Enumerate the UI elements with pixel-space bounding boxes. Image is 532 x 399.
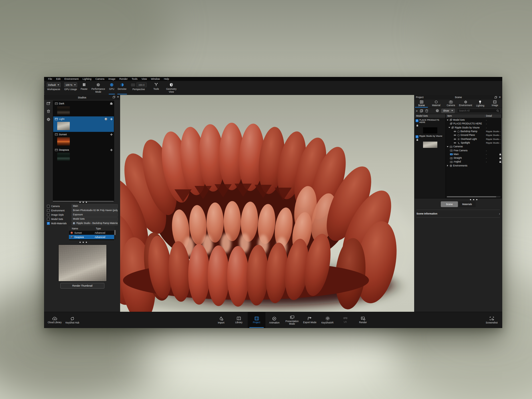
- footer-tab-materials[interactable]: Materials: [458, 201, 476, 207]
- multi-materials-select[interactable]: Ripple Studio - Backdrop Ramp Material: [72, 221, 118, 225]
- table-row-sunset[interactable]: Sunset Advanced: [69, 231, 114, 235]
- cloud-library-button[interactable]: Cloud Library: [46, 312, 63, 328]
- tree-scrollbar-vertical[interactable]: [501, 118, 502, 164]
- menu-view[interactable]: View: [140, 77, 149, 81]
- close-icon[interactable]: ×: [117, 95, 119, 99]
- eye-icon[interactable]: [453, 130, 456, 132]
- studio-thumbnail[interactable]: [57, 122, 70, 130]
- studio-item-sunset[interactable]: Sunset: [53, 132, 114, 147]
- page-dots[interactable]: [53, 242, 114, 243]
- gpu-usage-dropdown[interactable]: 100 %: [64, 82, 77, 87]
- expand-panel-icon[interactable]: »: [416, 109, 418, 112]
- lock-icon[interactable]: [416, 138, 445, 141]
- menu-file[interactable]: File: [46, 77, 54, 81]
- multi-materials-checkbox[interactable]: ✓: [47, 222, 50, 225]
- denoise-toggle[interactable]: Denoise: [116, 81, 128, 95]
- realtime-viewport[interactable]: [120, 95, 414, 312]
- gpu-toggle[interactable]: GPU: [108, 81, 116, 95]
- tree-row-ground-plane[interactable]: Ground Plane Ripple Studio - .: [446, 133, 501, 137]
- model-set-thumbnail[interactable]: [423, 127, 437, 134]
- model-sets-select[interactable]: Model Sets: [72, 217, 118, 221]
- export-mode-button[interactable]: Export Mode: [301, 312, 319, 328]
- lock-icon[interactable]: [499, 153, 501, 156]
- model-set-ripple-studio[interactable]: ✓ Ripple Studio by Visune: [415, 134, 445, 148]
- footer-tab-scene[interactable]: Scene: [441, 201, 458, 207]
- menu-render[interactable]: Render: [117, 77, 130, 81]
- project-button-active[interactable]: Project: [248, 312, 265, 328]
- tab-environment[interactable]: Environment: [458, 100, 473, 108]
- tree-row-straight-camera[interactable]: Straight -: [446, 156, 501, 160]
- lock-icon[interactable]: [499, 157, 501, 159]
- perspective-grid-icon[interactable]: [131, 83, 135, 87]
- duplicate-icon[interactable]: [420, 109, 423, 112]
- search-box[interactable]: [457, 109, 501, 113]
- tab-camera[interactable]: Camera: [444, 100, 458, 108]
- image-style-checkbox[interactable]: [47, 213, 50, 216]
- menu-edit[interactable]: Edit: [54, 77, 62, 81]
- pin-icon[interactable]: [110, 102, 113, 105]
- pin-icon[interactable]: [110, 118, 113, 120]
- page-dots[interactable]: [53, 202, 114, 203]
- tree-row-angled-camera[interactable]: Angled -: [446, 160, 501, 164]
- caret-icon[interactable]: [446, 165, 449, 166]
- vr-button-disabled[interactable]: VR: [336, 312, 354, 328]
- menu-help[interactable]: Help: [162, 77, 171, 81]
- add-studio-icon[interactable]: [47, 102, 50, 105]
- tree-row-main-camera[interactable]: Main -: [446, 152, 501, 156]
- studios-panel-header[interactable]: Studios ×: [44, 95, 120, 100]
- studio-settings-gear-icon[interactable]: [47, 118, 50, 121]
- presentation-mode-button[interactable]: Presentation Mode: [283, 312, 301, 328]
- table-row-deapsea-selected[interactable]: Deapsea Advanced: [69, 235, 114, 239]
- environment-select[interactable]: Brown Photostudio 02 8K Poly Haven (poly…: [72, 209, 118, 213]
- table-scrollbar[interactable]: [114, 230, 116, 240]
- column-type[interactable]: Type: [96, 227, 114, 230]
- model-set-thumbnail[interactable]: [423, 142, 437, 148]
- menu-tools[interactable]: Tools: [130, 77, 140, 81]
- menu-lighting[interactable]: Lighting: [81, 77, 94, 81]
- column-detail[interactable]: Detail: [485, 115, 501, 117]
- workspaces-dropdown[interactable]: Default: [47, 82, 61, 87]
- tab-lighting[interactable]: Lighting: [473, 100, 487, 108]
- delete-studio-icon[interactable]: [47, 110, 50, 113]
- environment-checkbox[interactable]: [47, 209, 50, 212]
- tree-row-spotlight[interactable]: Spotlight Ripple Studio - .: [446, 141, 501, 145]
- camera-checkbox[interactable]: [47, 205, 50, 208]
- animation-button[interactable]: Animation: [265, 312, 283, 328]
- scene-information-expander[interactable]: Scene Information ›: [416, 210, 500, 218]
- performance-mode-button[interactable]: Performance Mode: [89, 81, 108, 95]
- studio-item-deapsea[interactable]: Deapsea: [53, 147, 114, 163]
- menu-camera[interactable]: Camera: [94, 77, 106, 81]
- eye-icon[interactable]: [453, 142, 456, 144]
- tab-image[interactable]: Image: [488, 100, 502, 108]
- caret-icon[interactable]: [446, 120, 449, 121]
- undock-icon[interactable]: [113, 96, 115, 98]
- tree-row-backdrop-ramp[interactable]: Backdrop Ramp Ripple Studio - .: [446, 130, 501, 133]
- pause-button[interactable]: Pause: [79, 81, 89, 95]
- tree-scrollbar-horizontal[interactable]: [447, 196, 501, 197]
- model-set-checkbox[interactable]: ✓: [416, 135, 418, 138]
- search-input[interactable]: [458, 109, 497, 112]
- tree-row-place-products[interactable]: PLACE PRODUCTS HERE -: [446, 122, 501, 126]
- pin-icon[interactable]: [110, 133, 113, 136]
- model-set-checkbox[interactable]: ✓: [416, 119, 418, 122]
- menu-window[interactable]: Window: [149, 77, 162, 81]
- keyshot-hub-button[interactable]: KeyShot Hub: [63, 312, 81, 328]
- model-sets-checkbox[interactable]: [47, 218, 50, 221]
- studio-item-dark[interactable]: Dark: [53, 101, 114, 116]
- studio-update-icon[interactable]: [105, 118, 107, 120]
- library-button[interactable]: Library: [230, 312, 248, 328]
- eye-icon[interactable]: [453, 134, 456, 136]
- tab-scene[interactable]: Scene: [414, 100, 429, 108]
- settings-gear-icon[interactable]: [436, 109, 439, 112]
- column-name[interactable]: Name: [69, 227, 96, 230]
- project-panel-header[interactable]: Project Scene ×: [414, 95, 502, 100]
- undock-icon[interactable]: [495, 96, 497, 99]
- menu-environment[interactable]: Environment: [62, 77, 80, 81]
- menu-image[interactable]: Image: [106, 77, 117, 81]
- tree-row-cameras[interactable]: Cameras: [446, 145, 501, 148]
- studio-thumbnail[interactable]: [57, 153, 70, 161]
- perspective-value-field[interactable]: 150.0: [136, 82, 147, 87]
- close-icon[interactable]: ×: [499, 96, 501, 99]
- show-filter-dropdown[interactable]: Show: [441, 109, 454, 113]
- studio-item-light-selected[interactable]: Light: [53, 116, 114, 132]
